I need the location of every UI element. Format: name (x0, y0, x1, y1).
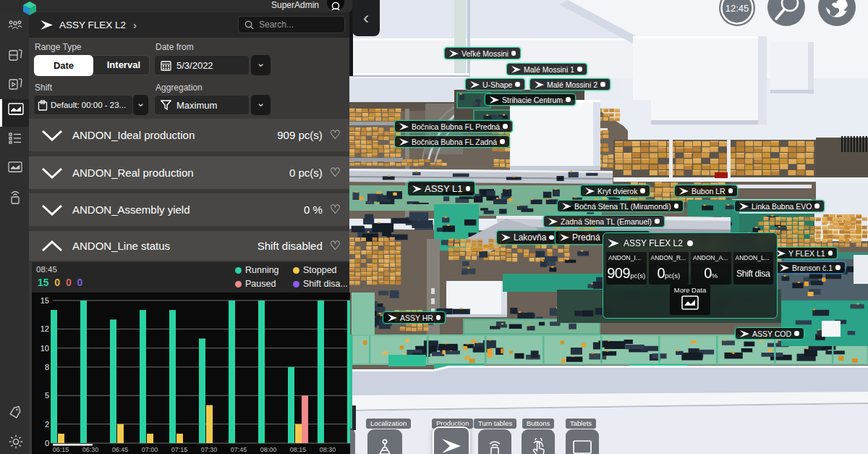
svg-text:08:15: 08:15 (290, 446, 307, 453)
svg-text:08:00: 08:00 (260, 446, 277, 453)
svg-text:06:30: 06:30 (82, 446, 99, 453)
svg-text:0: 0 (45, 439, 49, 447)
svg-text:15: 15 (41, 296, 49, 305)
svg-text:06:45: 06:45 (112, 446, 129, 453)
svg-text:2: 2 (45, 420, 49, 429)
svg-text:10: 10 (41, 344, 49, 353)
svg-text:12: 12 (41, 324, 49, 333)
svg-text:12:45: 12:45 (726, 3, 749, 14)
svg-text:08:30: 08:30 (320, 446, 336, 453)
svg-text:8: 8 (45, 363, 49, 371)
svg-text:06:15: 06:15 (53, 446, 69, 453)
svg-text:07:45: 07:45 (231, 446, 247, 453)
svg-text:07:00: 07:00 (142, 446, 158, 453)
svg-text:07:30: 07:30 (201, 446, 218, 453)
svg-text:5: 5 (45, 391, 49, 400)
svg-text:07:15: 07:15 (171, 446, 188, 453)
